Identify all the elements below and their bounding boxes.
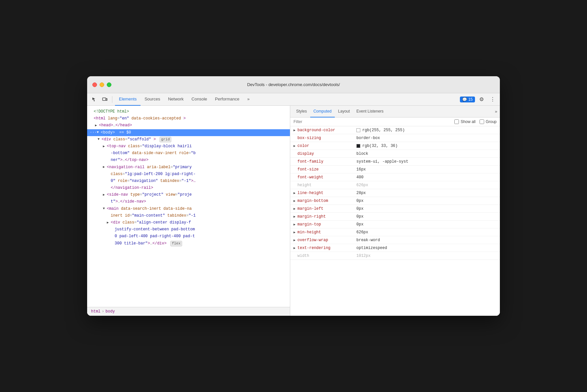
- computed-value-text-margin-left: 0px: [356, 206, 364, 211]
- dom-sidenav-1[interactable]: ▶ <side-nav type="project" view="proje: [87, 191, 290, 198]
- computed-value-text-font-weight: 400: [356, 175, 364, 180]
- maximize-button[interactable]: [107, 82, 111, 87]
- computed-prop-name-color: color: [297, 144, 356, 148]
- dom-navrail-1[interactable]: ▶ <navigation-rail aria-label="primary: [87, 164, 290, 171]
- group-option[interactable]: Group: [480, 119, 497, 124]
- dom-navrail-2[interactable]: class="lg:pad-left-200 lg:pad-right-: [87, 171, 290, 178]
- dom-head[interactable]: ▶ <head>…</head>: [87, 122, 290, 129]
- dom-div-2[interactable]: justify-content-between pad-bottom: [87, 226, 290, 233]
- element-picker-button[interactable]: [90, 95, 99, 104]
- computed-prop-name-width: width: [297, 254, 356, 258]
- styles-more-button[interactable]: »: [495, 109, 497, 114]
- computed-prop-value-line-height: 28px: [356, 191, 497, 195]
- dom-doctype[interactable]: <!DOCTYPE html>: [87, 108, 290, 115]
- dom-scaffold[interactable]: ▼ <div class="scaffold" > grid: [87, 136, 290, 143]
- expand-icon-overflow-wrap[interactable]: ▶: [294, 238, 297, 242]
- tab-sources[interactable]: Sources: [141, 93, 164, 106]
- computed-row-font-family[interactable]: font-familysystem-ui, -apple-syst: [290, 158, 500, 166]
- dom-div-1[interactable]: ▶ <div class="align-center display-f: [87, 219, 290, 226]
- expand-icon-margin-right[interactable]: ▶: [294, 215, 297, 219]
- computed-row-font-weight[interactable]: font-weight400: [290, 173, 500, 181]
- show-all-option[interactable]: Show all: [454, 119, 475, 124]
- tab-performance[interactable]: Performance: [211, 93, 243, 106]
- computed-prop-name-min-height: min-height: [297, 230, 356, 235]
- computed-value-text-bg-color: rgb(255, 255, 255): [362, 128, 405, 133]
- computed-prop-name-line-height: line-height: [297, 191, 356, 195]
- computed-row-font-size[interactable]: font-size16px: [290, 166, 500, 173]
- event-listeners-tab[interactable]: Event Listeners: [353, 106, 387, 117]
- filter-bar: Show all Group: [290, 117, 500, 126]
- div-tag-4: 300 title-bar">…</div> flex: [115, 241, 182, 247]
- computed-row-display[interactable]: displayblock: [290, 150, 500, 158]
- dom-html[interactable]: <html lang="en" data-cookies-accepted >: [87, 115, 290, 122]
- computed-prop-name-margin-left: margin-left: [297, 206, 356, 211]
- computed-prop-name-font-weight: font-weight: [297, 175, 356, 180]
- div-tag-1: <div class="align-center display-f: [111, 220, 191, 226]
- computed-prop-value-box-sizing: border-box: [356, 136, 497, 140]
- tab-console[interactable]: Console: [188, 93, 211, 106]
- close-button[interactable]: [92, 82, 97, 87]
- computed-prop-value-margin-right: 0px: [356, 214, 497, 219]
- computed-row-margin-right[interactable]: ▶margin-right0px: [290, 213, 500, 221]
- notifications-badge[interactable]: 💬 15: [460, 97, 475, 102]
- dom-topnav-3[interactable]: ner">…</top-nav>: [87, 157, 290, 164]
- filter-input[interactable]: [294, 119, 450, 124]
- dom-div-4[interactable]: 300 title-bar">…</div> flex: [87, 240, 290, 247]
- computed-properties-list[interactable]: ▶background-colorrgb(255, 255, 255) box-…: [290, 126, 500, 316]
- dom-navrail-3[interactable]: 0" role="navigation" tabindex="-1">…: [87, 178, 290, 185]
- dom-tree[interactable]: <!DOCTYPE html> <html lang="en" data-coo…: [87, 106, 290, 307]
- computed-row-margin-bottom[interactable]: ▶margin-bottom0px: [290, 197, 500, 205]
- styles-tab[interactable]: Styles: [293, 106, 310, 117]
- titlebar: DevTools - developer.chrome.com/docs/dev…: [87, 76, 500, 93]
- computed-row-color[interactable]: ▶colorrgb(32, 33, 36): [290, 142, 500, 150]
- expand-icon-color[interactable]: ▶: [294, 144, 297, 148]
- layout-tab[interactable]: Layout: [335, 106, 353, 117]
- device-toggle-button[interactable]: [100, 95, 109, 104]
- computed-row-margin-left[interactable]: ▶margin-left0px: [290, 205, 500, 213]
- computed-row-text-rendering[interactable]: ▶text-renderingoptimizespeed: [290, 244, 500, 252]
- group-label: Group: [486, 119, 497, 124]
- dom-topnav-2[interactable]: -bottom" data-side-nav-inert role="b: [87, 150, 290, 157]
- window-title: DevTools - developer.chrome.com/docs/dev…: [247, 82, 340, 87]
- toolbar-separator: [112, 96, 112, 103]
- computed-row-min-height[interactable]: ▶min-height626px: [290, 228, 500, 236]
- computed-value-text-text-rendering: optimizespeed: [356, 246, 387, 250]
- styles-tabs: Styles Computed Layout Event Listeners »: [290, 106, 500, 117]
- computed-row-height[interactable]: height626px: [290, 181, 500, 189]
- expand-icon-margin-left[interactable]: ▶: [294, 207, 297, 211]
- minimize-button[interactable]: [100, 82, 104, 87]
- settings-button[interactable]: ⚙: [477, 95, 486, 104]
- expand-icon-line-height[interactable]: ▶: [294, 191, 297, 195]
- color-swatch-bg-color[interactable]: [356, 128, 360, 132]
- computed-row-bg-color[interactable]: ▶background-colorrgb(255, 255, 255): [290, 126, 500, 134]
- breadcrumb-body[interactable]: body: [105, 309, 115, 314]
- expand-icon-margin-bottom[interactable]: ▶: [294, 199, 297, 203]
- computed-tab[interactable]: Computed: [310, 106, 335, 117]
- dom-div-3[interactable]: 0 pad-left-400 pad-right-400 pad-t: [87, 233, 290, 240]
- more-options-button[interactable]: ⋮: [488, 95, 497, 104]
- group-checkbox[interactable]: [480, 119, 484, 124]
- show-all-checkbox[interactable]: [454, 119, 459, 124]
- dom-main-2[interactable]: inert id="main-content" tabindex="-1: [87, 212, 290, 219]
- expand-icon-min-height[interactable]: ▶: [294, 230, 297, 234]
- dom-body[interactable]: ··· ▼ <body> == $0: [87, 129, 290, 136]
- expand-icon-text-rendering[interactable]: ▶: [294, 246, 297, 250]
- computed-row-width[interactable]: width1012px: [290, 252, 500, 260]
- expand-icon-margin-top[interactable]: ▶: [294, 223, 297, 226]
- tab-elements[interactable]: Elements: [115, 93, 141, 106]
- dom-navrail-4[interactable]: </navigation-rail>: [87, 185, 290, 191]
- tab-network[interactable]: Network: [164, 93, 188, 106]
- expand-icon-bg-color[interactable]: ▶: [294, 128, 297, 132]
- dom-sidenav-2[interactable]: t">…</side-nav>: [87, 198, 290, 205]
- dom-main-1[interactable]: ▼ <main data-search-inert data-side-na: [87, 205, 290, 212]
- breadcrumb-html[interactable]: html: [91, 309, 101, 314]
- color-swatch-color[interactable]: [356, 144, 360, 148]
- computed-row-overflow-wrap[interactable]: ▶overflow-wrapbreak-word: [290, 236, 500, 244]
- tab-more[interactable]: »: [243, 93, 254, 106]
- computed-row-line-height[interactable]: ▶line-height28px: [290, 189, 500, 197]
- dom-topnav-1[interactable]: ▶ <top-nav class="display-block hairli: [87, 143, 290, 150]
- computed-row-box-sizing[interactable]: box-sizingborder-box: [290, 134, 500, 142]
- sidenav-tag-2: t">…</side-nav>: [111, 199, 146, 205]
- computed-row-margin-top[interactable]: ▶margin-top0px: [290, 221, 500, 228]
- div-tag-3: 0 pad-left-400 pad-right-400 pad-t: [115, 233, 195, 240]
